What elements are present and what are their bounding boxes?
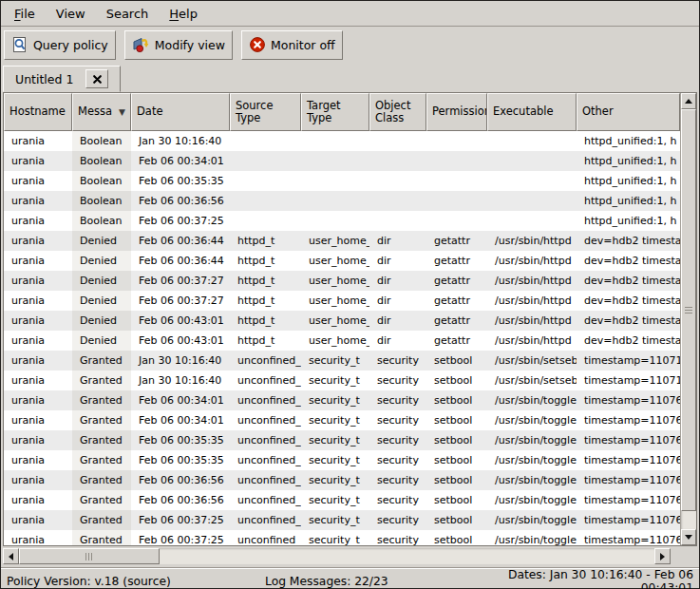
- table-cell: timestamp=11076: [577, 490, 680, 510]
- scroll-down-button[interactable]: [681, 529, 696, 545]
- table-cell: urania: [4, 251, 72, 271]
- arrow-left-icon: [9, 553, 13, 560]
- table-row[interactable]: uraniaBooleanFeb 06 00:35:35httpd_unifie…: [4, 171, 680, 191]
- table-row[interactable]: uraniaGrantedFeb 06 00:36:56unconfined_s…: [4, 470, 680, 490]
- table-cell: unconfined_: [230, 450, 301, 470]
- menu-help[interactable]: Help: [160, 4, 207, 24]
- horizontal-scrollbar-thumb[interactable]: [19, 548, 160, 564]
- log-table: Hostname Messa▼ Date Source Type Target …: [3, 92, 697, 546]
- table-cell: unconfined_: [230, 410, 301, 430]
- table-row[interactable]: uraniaGrantedJan 30 10:16:40unconfined_s…: [4, 351, 680, 370]
- table-row[interactable]: uraniaBooleanFeb 06 00:36:56httpd_unifie…: [4, 191, 680, 211]
- column-header-other[interactable]: Other: [577, 93, 680, 131]
- table-cell: Denied: [72, 271, 131, 291]
- table-row[interactable]: uraniaGrantedFeb 06 00:34:01unconfined_s…: [4, 390, 680, 410]
- table-row[interactable]: uraniaDeniedFeb 06 00:43:01httpd_tuser_h…: [4, 311, 680, 331]
- table-cell: Feb 06 00:37:25: [131, 530, 230, 545]
- table-row[interactable]: uraniaDeniedFeb 06 00:43:01httpd_tuser_h…: [4, 331, 680, 351]
- table-row[interactable]: uraniaGrantedFeb 06 00:35:35unconfined_s…: [4, 450, 680, 470]
- table-cell: /usr/sbin/toggle: [487, 490, 577, 510]
- table-row[interactable]: uraniaDeniedFeb 06 00:37:27httpd_tuser_h…: [4, 291, 680, 311]
- column-header-target-type[interactable]: Target Type: [301, 93, 369, 131]
- table-cell: urania: [4, 291, 72, 311]
- table-cell: [487, 131, 577, 151]
- table-cell: dev=hdb2 timesta: [577, 251, 680, 271]
- table-cell: security: [369, 430, 426, 450]
- column-header-source-type[interactable]: Source Type: [230, 93, 301, 131]
- table-cell: unconfined_: [230, 430, 301, 450]
- table-row[interactable]: uraniaBooleanFeb 06 00:37:25httpd_unifie…: [4, 211, 680, 231]
- table-cell: httpd_unified:1, h: [577, 211, 680, 231]
- column-header-permission[interactable]: Permission: [426, 93, 487, 131]
- table-cell: httpd_t: [230, 331, 301, 351]
- vertical-scrollbar-thumb[interactable]: [681, 109, 696, 511]
- table-cell: timestamp=11076: [577, 530, 680, 545]
- vertical-scrollbar-track[interactable]: [681, 109, 696, 529]
- column-header-hostname[interactable]: Hostname: [4, 93, 72, 131]
- table-cell: getattr: [426, 291, 487, 311]
- table-body: uraniaBooleanJan 30 10:16:40httpd_unifie…: [4, 131, 680, 545]
- monitor-off-button[interactable]: Monitor off: [241, 30, 343, 60]
- table-cell: timestamp=11071: [577, 351, 680, 370]
- table-row[interactable]: uraniaDeniedFeb 06 00:37:27httpd_tuser_h…: [4, 271, 680, 291]
- table-cell: security_t: [301, 351, 369, 370]
- table-cell: setbool: [426, 370, 487, 390]
- table-cell: Granted: [72, 450, 131, 470]
- table-cell: unconfined_: [230, 490, 301, 510]
- modify-view-icon: [132, 36, 150, 53]
- scroll-right-button[interactable]: [654, 548, 671, 564]
- query-policy-button[interactable]: Query policy: [4, 30, 116, 60]
- table-row[interactable]: uraniaBooleanJan 30 10:16:40httpd_unifie…: [4, 131, 680, 151]
- table-cell: [426, 191, 487, 211]
- table-cell: security: [369, 370, 426, 390]
- status-bar: Policy Version: v.18 (source) Log Messag…: [1, 567, 699, 588]
- table-row[interactable]: uraniaGrantedJan 30 10:16:40unconfined_s…: [4, 370, 680, 390]
- table-cell: dir: [369, 291, 426, 311]
- table-cell: Boolean: [72, 211, 131, 231]
- table-cell: /usr/sbin/httpd: [487, 231, 577, 251]
- table-cell: user_home_: [301, 231, 369, 251]
- table-row[interactable]: uraniaDeniedFeb 06 00:36:44httpd_tuser_h…: [4, 231, 680, 251]
- tab-untitled-1[interactable]: Untitled 1: [3, 66, 121, 92]
- column-header-object-class[interactable]: Object Class: [369, 93, 426, 131]
- table-cell: unconfined_: [230, 530, 301, 545]
- table-row[interactable]: uraniaGrantedFeb 06 00:37:25unconfined_s…: [4, 510, 680, 530]
- scroll-up-button[interactable]: [681, 93, 696, 109]
- menu-search[interactable]: Search: [97, 4, 159, 24]
- column-header-date[interactable]: Date: [131, 93, 230, 131]
- table-cell: setbool: [426, 351, 487, 370]
- tab-close-button[interactable]: [85, 69, 108, 88]
- table-cell: timestamp=11076: [577, 470, 680, 490]
- table-cell: [301, 191, 369, 211]
- column-label: Object Class: [375, 100, 421, 124]
- column-header-message[interactable]: Messa▼: [72, 93, 131, 131]
- table-cell: httpd_unified:1, h: [577, 191, 680, 211]
- menu-view[interactable]: View: [47, 4, 95, 24]
- table-cell: setbool: [426, 430, 487, 450]
- table-cell: httpd_t: [230, 311, 301, 331]
- horizontal-scrollbar[interactable]: [3, 548, 671, 564]
- table-cell: dir: [369, 331, 426, 351]
- horizontal-scrollbar-track[interactable]: [19, 548, 654, 564]
- table-cell: security_t: [301, 430, 369, 450]
- column-header-executable[interactable]: Executable: [487, 93, 577, 131]
- scroll-left-button[interactable]: [3, 548, 19, 564]
- table-cell: urania: [4, 370, 72, 390]
- modify-view-button[interactable]: Modify view: [124, 30, 233, 60]
- table-cell: urania: [4, 390, 72, 410]
- tab-close-icon: [93, 72, 102, 86]
- menu-file[interactable]: File: [5, 4, 45, 24]
- vertical-scrollbar[interactable]: [680, 93, 696, 545]
- table-row[interactable]: uraniaGrantedFeb 06 00:37:25unconfined_s…: [4, 530, 680, 545]
- table-cell: /usr/sbin/toggle: [487, 390, 577, 410]
- table-cell: dir: [369, 271, 426, 291]
- table-cell: [369, 151, 426, 171]
- table-row[interactable]: uraniaGrantedFeb 06 00:35:35unconfined_s…: [4, 430, 680, 450]
- table-cell: Feb 06 00:37:27: [131, 271, 230, 291]
- policy-version-status: Policy Version: v.18 (source): [7, 575, 265, 588]
- table-cell: security: [369, 470, 426, 490]
- table-row[interactable]: uraniaBooleanFeb 06 00:34:01httpd_unifie…: [4, 151, 680, 171]
- table-row[interactable]: uraniaDeniedFeb 06 00:36:44httpd_tuser_h…: [4, 251, 680, 271]
- table-row[interactable]: uraniaGrantedFeb 06 00:34:01unconfined_s…: [4, 410, 680, 430]
- table-row[interactable]: uraniaGrantedFeb 06 00:36:56unconfined_s…: [4, 490, 680, 510]
